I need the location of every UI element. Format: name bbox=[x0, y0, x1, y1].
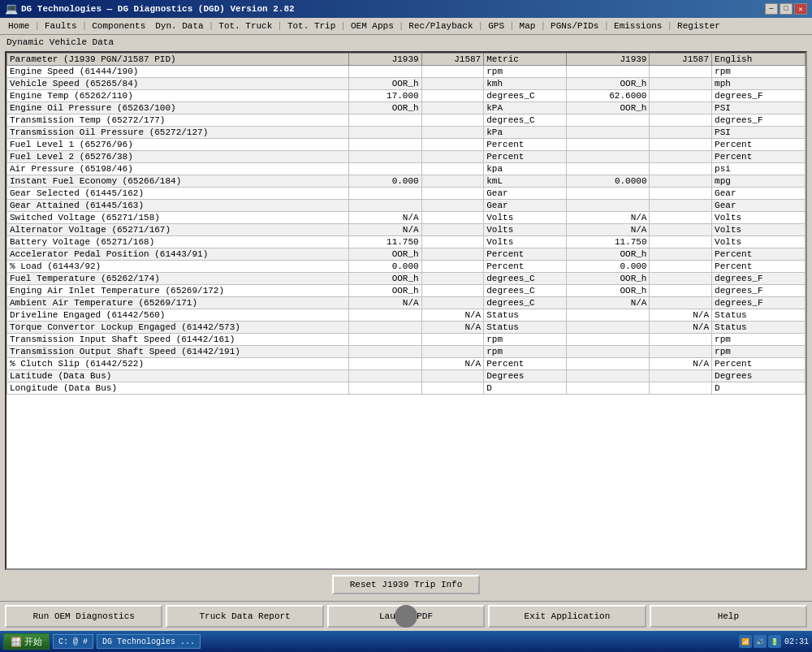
windows-logo-icon: 🪟 bbox=[11, 637, 22, 647]
col-header-metric: Metric bbox=[484, 54, 567, 66]
table-cell: Engine Speed (61444/190) bbox=[7, 66, 349, 78]
table-cell bbox=[421, 370, 484, 382]
table-row: Switched Voltage (65271/158)N/AVoltsN/AV… bbox=[7, 212, 806, 224]
minimize-button[interactable]: — bbox=[765, 3, 778, 15]
table-cell bbox=[421, 285, 484, 297]
table-cell bbox=[349, 322, 421, 334]
table-cell: Transmission Output Shaft Speed (61442/1… bbox=[7, 346, 349, 358]
table-cell: Fuel Level 2 (65276/38) bbox=[7, 151, 349, 163]
table-row: Torque Convertor Lockup Engaged (61442/5… bbox=[7, 322, 806, 334]
table-row: Air Pressure (65198/46)kpapsi bbox=[7, 163, 806, 175]
table-cell bbox=[650, 248, 712, 261]
exit-app-button[interactable]: Exit Application bbox=[488, 605, 646, 628]
taskbar-item-dg[interactable]: DG Technologies ... bbox=[97, 634, 201, 649]
table-cell: N/A bbox=[567, 224, 650, 236]
taskbar-item-browser[interactable]: C: @ # bbox=[53, 634, 93, 649]
col-header-j1939b: J1939 bbox=[567, 54, 650, 66]
table-cell: Fuel Temperature (65262/174) bbox=[7, 273, 349, 285]
table-cell: OOR_h bbox=[567, 273, 650, 285]
run-oem-button[interactable]: Run OEM Diagnostics bbox=[5, 605, 162, 628]
data-table: Parameter (J1939 PGN/J1587 PID) J1939 J1… bbox=[6, 53, 806, 395]
menu-tot-truck[interactable]: Tot. Truck bbox=[214, 19, 277, 32]
col-header-j1939a: J1939 bbox=[349, 54, 421, 66]
menu-pgns-pids[interactable]: PGNs/PIDs bbox=[546, 19, 603, 32]
table-cell bbox=[650, 382, 712, 395]
table-row: % Load (61443/92)0.000Percent0.000Percen… bbox=[7, 261, 806, 273]
table-cell: Engine Oil Pressure (65263/100) bbox=[7, 102, 349, 114]
table-cell: Enging Air Inlet Temperature (65269/172) bbox=[7, 285, 349, 297]
table-cell: Longitude (Data Bus) bbox=[7, 382, 349, 395]
table-cell: psi bbox=[712, 163, 806, 175]
table-cell bbox=[650, 151, 712, 163]
table-cell: Volts bbox=[484, 224, 567, 236]
table-cell bbox=[567, 139, 650, 151]
table-cell bbox=[421, 273, 484, 285]
title-bar: 💻 DG Technologies — DG Diagnostics (DGD)… bbox=[0, 0, 812, 18]
table-cell bbox=[421, 163, 484, 175]
table-cell bbox=[421, 188, 484, 200]
table-cell bbox=[567, 66, 650, 78]
table-cell: OOR_h bbox=[567, 248, 650, 261]
table-cell: rpm bbox=[484, 334, 567, 346]
table-cell: mph bbox=[712, 78, 806, 90]
truck-data-button[interactable]: Truck Data Report bbox=[166, 605, 323, 628]
table-cell bbox=[650, 273, 712, 285]
menu-tot-trip[interactable]: Tot. Trip bbox=[283, 19, 340, 32]
table-cell bbox=[650, 285, 712, 297]
table-cell: Percent bbox=[712, 151, 806, 163]
help-button[interactable]: Help bbox=[650, 605, 807, 628]
table-cell: Percent bbox=[712, 358, 806, 370]
title-bar-controls: — □ ✕ bbox=[765, 3, 807, 15]
menu-components[interactable]: Components bbox=[87, 19, 150, 32]
table-cell: Alternator Voltage (65271/167) bbox=[7, 224, 349, 236]
table-cell: Air Pressure (65198/46) bbox=[7, 163, 349, 175]
table-cell bbox=[567, 370, 650, 382]
table-container[interactable]: Parameter (J1939 PGN/J1587 PID) J1939 J1… bbox=[5, 51, 807, 570]
table-cell: rpm bbox=[484, 66, 567, 78]
table-cell bbox=[349, 346, 421, 358]
table-cell: Degrees bbox=[484, 370, 567, 382]
menu-map[interactable]: Map bbox=[515, 19, 541, 32]
table-cell: degrees_C bbox=[484, 90, 567, 102]
menu-rec-playback[interactable]: Rec/Playback bbox=[404, 19, 477, 32]
table-cell bbox=[650, 224, 712, 236]
table-cell: OOR_h bbox=[567, 78, 650, 90]
title-bar-left: 💻 DG Technologies — DG Diagnostics (DGD)… bbox=[5, 2, 295, 15]
table-cell bbox=[650, 188, 712, 200]
table-row: Accelerator Pedal Position (61443/91)OOR… bbox=[7, 248, 806, 261]
table-cell bbox=[650, 127, 712, 139]
table-cell: N/A bbox=[421, 309, 484, 322]
menu-home[interactable]: Home bbox=[3, 19, 34, 32]
table-cell bbox=[421, 224, 484, 236]
table-cell: Volts bbox=[484, 212, 567, 224]
menu-register[interactable]: Register bbox=[672, 19, 725, 32]
table-cell: Engine Temp (65262/110) bbox=[7, 90, 349, 102]
table-cell bbox=[421, 297, 484, 309]
menu-dyn-data[interactable]: Dyn. Data bbox=[150, 19, 208, 32]
table-cell bbox=[421, 90, 484, 102]
table-cell bbox=[349, 370, 421, 382]
table-cell: % Load (61443/92) bbox=[7, 261, 349, 273]
table-cell bbox=[567, 200, 650, 212]
col-header-english: English bbox=[712, 54, 806, 66]
table-body: Engine Speed (61444/190)rpmrpmVehicle Sp… bbox=[7, 66, 806, 395]
sys-icons: 📶 🔊 🔋 bbox=[739, 635, 781, 648]
table-cell: 0.0000 bbox=[567, 175, 650, 188]
maximize-button[interactable]: □ bbox=[780, 3, 793, 15]
menu-emissions[interactable]: Emissions bbox=[609, 19, 667, 32]
menu-oem-apps[interactable]: OEM Apps bbox=[346, 19, 399, 32]
menu-gps[interactable]: GPS bbox=[483, 19, 509, 32]
table-cell bbox=[421, 236, 484, 248]
table-cell bbox=[650, 139, 712, 151]
close-button[interactable]: ✕ bbox=[794, 3, 807, 15]
menu-faults[interactable]: Faults bbox=[40, 19, 82, 32]
start-button[interactable]: 🪟 开始 bbox=[3, 633, 50, 650]
table-row: Instant Fuel Economy (65266/184)0.000kmL… bbox=[7, 175, 806, 188]
table-cell: kPA bbox=[484, 102, 567, 114]
table-cell bbox=[650, 66, 712, 78]
taskbar: 🪟 开始 C: @ # DG Technologies ... 📶 🔊 🔋 02… bbox=[0, 631, 812, 652]
table-row: Fuel Level 2 (65276/38)PercentPercent bbox=[7, 151, 806, 163]
table-cell: degrees_F bbox=[712, 90, 806, 102]
reset-j1939-button[interactable]: Reset J1939 Trip Info bbox=[332, 575, 481, 594]
table-cell bbox=[349, 188, 421, 200]
